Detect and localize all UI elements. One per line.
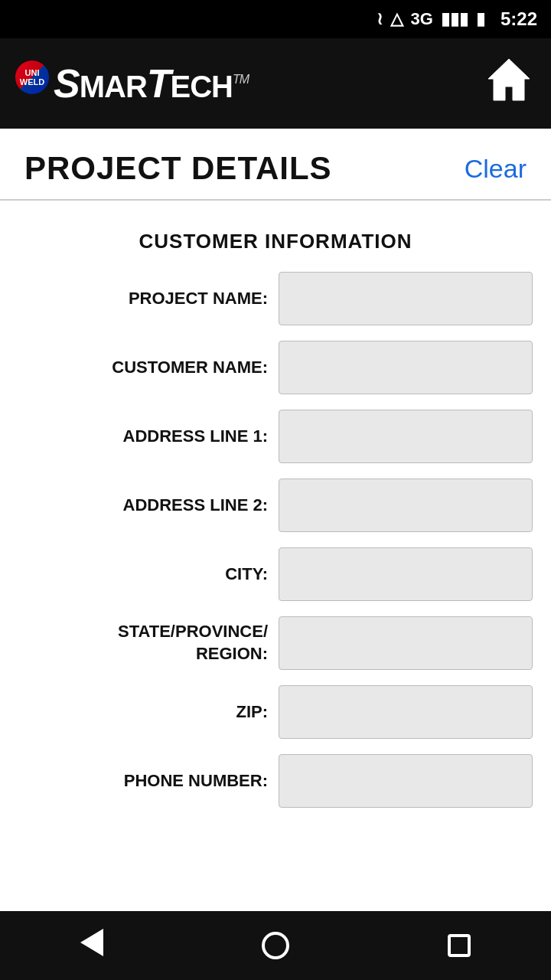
label-state-province-region: STATE/PROVINCE/ REGION: xyxy=(18,621,279,665)
status-icons: ≀ △ 3G ▮▮▮ ▮ 5:22 xyxy=(377,8,537,30)
signal-icon: 3G xyxy=(411,9,433,29)
section-title: CUSTOMER INFORMATION xyxy=(18,230,533,253)
form-row-state-province-region: STATE/PROVINCE/ REGION: xyxy=(18,616,533,670)
bottom-nav xyxy=(0,911,551,980)
input-address-line-1[interactable] xyxy=(279,410,533,463)
label-address-line-2: ADDRESS LINE 2: xyxy=(18,495,279,517)
tm-mark: TM xyxy=(233,73,249,86)
page-title-area: PROJECT DETAILS Clear xyxy=(0,129,551,201)
home-icon-container[interactable] xyxy=(482,53,536,114)
home-button[interactable] xyxy=(253,923,298,969)
status-bar: ≀ △ 3G ▮▮▮ ▮ 5:22 xyxy=(0,0,551,38)
form-row-zip: ZIP: xyxy=(18,685,533,739)
logo-tech: ECH xyxy=(171,61,233,106)
logo-text: SMARTECHTM xyxy=(54,64,249,103)
input-project-name[interactable] xyxy=(279,272,533,325)
wifi-icon: △ xyxy=(390,9,403,29)
input-customer-name[interactable] xyxy=(279,341,533,394)
clear-button[interactable]: Clear xyxy=(465,154,527,184)
svg-marker-0 xyxy=(488,59,530,100)
app-header: UNIWELD SMARTECHTM xyxy=(0,38,551,129)
logo-badge: UNIWELD xyxy=(15,60,49,94)
input-zip[interactable] xyxy=(279,685,533,739)
bluetooth-icon: ≀ xyxy=(377,9,383,29)
form-row-address-line-1: ADDRESS LINE 1: xyxy=(18,410,533,463)
recents-button[interactable] xyxy=(436,923,482,969)
back-icon xyxy=(80,929,103,962)
page-title: PROJECT DETAILS xyxy=(24,150,332,187)
label-address-line-1: ADDRESS LINE 1: xyxy=(18,426,279,448)
form-row-project-name: PROJECT NAME: xyxy=(18,272,533,325)
input-state-province-region[interactable] xyxy=(279,616,533,670)
input-phone-number[interactable] xyxy=(279,754,533,808)
logo-badge-text: UNIWELD xyxy=(20,68,44,87)
home-nav-icon xyxy=(262,932,289,959)
label-project-name: PROJECT NAME: xyxy=(18,288,279,310)
label-phone-number: PHONE NUMBER: xyxy=(18,770,279,792)
label-zip: ZIP: xyxy=(18,701,279,724)
home-icon xyxy=(482,53,536,106)
logo-container: UNIWELD SMARTECHTM xyxy=(15,64,249,103)
form-row-customer-name: CUSTOMER NAME: xyxy=(18,341,533,394)
recents-icon xyxy=(448,934,471,957)
battery-icon: ▮ xyxy=(476,9,485,29)
main-content: CUSTOMER INFORMATION PROJECT NAME: CUSTO… xyxy=(0,201,551,911)
status-time: 5:22 xyxy=(500,8,537,30)
signal-bars-icon: ▮▮▮ xyxy=(441,9,468,29)
logo-smart: SMART xyxy=(54,61,171,106)
label-city: CITY: xyxy=(18,564,279,586)
form-row-city: CITY: xyxy=(18,547,533,601)
input-city[interactable] xyxy=(279,547,533,601)
back-button[interactable] xyxy=(69,923,115,969)
form-row-phone-number: PHONE NUMBER: xyxy=(18,754,533,808)
form-row-address-line-2: ADDRESS LINE 2: xyxy=(18,479,533,532)
label-customer-name: CUSTOMER NAME: xyxy=(18,357,279,379)
input-address-line-2[interactable] xyxy=(279,479,533,532)
